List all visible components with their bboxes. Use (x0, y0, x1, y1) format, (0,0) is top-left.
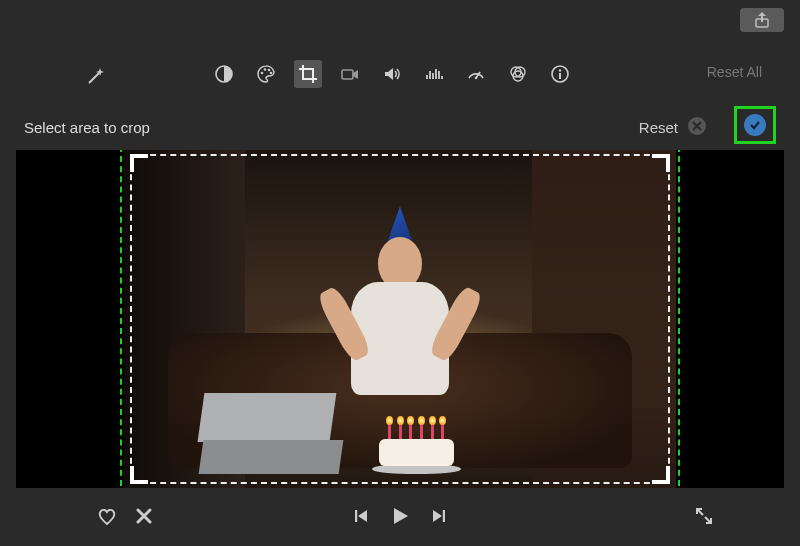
reset-all-button[interactable]: Reset All (707, 64, 762, 80)
speed-button[interactable] (462, 60, 490, 88)
camera-icon (340, 64, 360, 84)
svg-point-3 (264, 68, 267, 71)
scene-birthday-cake (372, 427, 460, 474)
clip-filter-button[interactable] (504, 60, 532, 88)
skip-forward-icon (430, 507, 448, 525)
color-palette-button[interactable] (252, 60, 280, 88)
play-icon (388, 504, 412, 528)
svg-point-2 (261, 72, 264, 75)
crop-reset-button[interactable]: Reset (639, 119, 678, 136)
adjust-toolbar: Reset All (0, 56, 800, 92)
equalizer-icon (424, 64, 444, 84)
playback-bar (16, 496, 784, 536)
svg-rect-13 (559, 73, 561, 79)
info-button[interactable] (546, 60, 574, 88)
info-icon (550, 64, 570, 84)
share-button[interactable] (740, 8, 784, 32)
scene-person (339, 218, 460, 407)
checkmark-icon (748, 118, 762, 132)
favorite-button[interactable] (96, 505, 118, 527)
fullscreen-button[interactable] (694, 506, 714, 526)
skip-back-icon (352, 507, 370, 525)
heart-icon (96, 505, 118, 527)
magic-wand-icon (85, 65, 107, 87)
crop-instruction-label: Select area to crop (24, 119, 150, 136)
svg-point-5 (270, 72, 273, 75)
next-frame-button[interactable] (430, 507, 448, 525)
stabilize-button[interactable] (336, 60, 364, 88)
crop-confirm-highlight (734, 106, 776, 144)
svg-point-4 (268, 69, 271, 72)
volume-button[interactable] (378, 60, 406, 88)
svg-rect-6 (342, 70, 353, 79)
magic-wand-button[interactable] (82, 62, 110, 90)
svg-point-7 (475, 77, 478, 80)
crop-subheader: Select area to crop Reset (0, 112, 800, 142)
gauge-icon (466, 64, 486, 84)
scene-laptop (201, 393, 333, 474)
palette-icon (256, 64, 276, 84)
svg-rect-16 (443, 510, 445, 522)
video-frame[interactable] (124, 150, 676, 488)
contrast-icon (214, 64, 234, 84)
svg-point-12 (559, 69, 561, 71)
share-icon (755, 12, 769, 28)
speaker-icon (382, 64, 402, 84)
previous-frame-button[interactable] (352, 507, 370, 525)
preview-viewport (16, 150, 784, 488)
three-circles-icon (508, 64, 528, 84)
play-button[interactable] (388, 504, 412, 528)
crop-icon (298, 64, 318, 84)
svg-rect-15 (355, 510, 357, 522)
cancel-circle-icon (686, 115, 708, 137)
crop-confirm-button[interactable] (744, 114, 766, 136)
noise-reduce-button[interactable] (420, 60, 448, 88)
color-balance-button[interactable] (210, 60, 238, 88)
crop-button[interactable] (294, 60, 322, 88)
expand-icon (694, 506, 714, 526)
x-icon (134, 506, 154, 526)
crop-cancel-button[interactable] (686, 115, 708, 137)
reject-button[interactable] (134, 506, 154, 526)
